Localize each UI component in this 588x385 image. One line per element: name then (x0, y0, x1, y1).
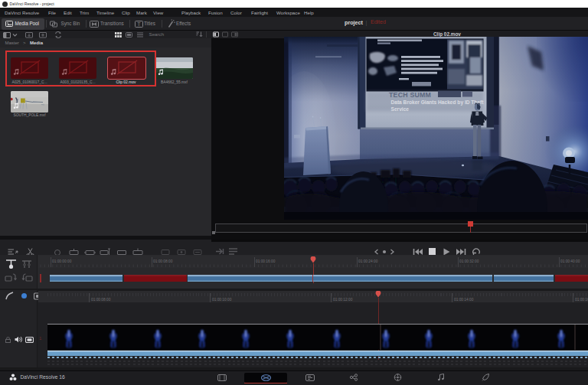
svg-text:01:00:16:0: 01:00:16:0 (575, 298, 588, 302)
svg-text:01:00:16:00: 01:00:16:00 (256, 259, 276, 263)
svg-text:01:00:40:00: 01:00:40:00 (560, 259, 580, 263)
svg-text:01:00:08:00: 01:00:08:00 (91, 298, 111, 302)
svg-text:01:00:08:00: 01:00:08:00 (153, 259, 173, 263)
svg-text:01:00:14:00: 01:00:14:00 (454, 298, 474, 302)
svg-text:T: T (137, 21, 141, 27)
svg-text:01:00:10:00: 01:00:10:00 (212, 298, 232, 302)
svg-text:01:00:32:00: 01:00:32:00 (459, 259, 479, 263)
svg-text:01:00:00:00: 01:00:00:00 (52, 259, 72, 263)
svg-text:01:00:12:00: 01:00:12:00 (333, 298, 353, 302)
svg-text:01:00:24:00: 01:00:24:00 (358, 259, 378, 263)
